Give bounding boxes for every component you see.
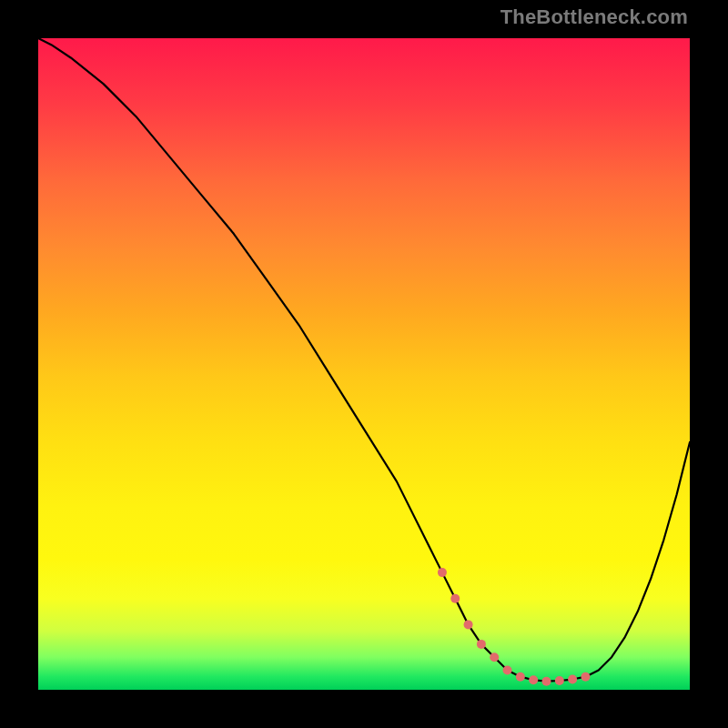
chart-dot <box>568 675 577 684</box>
chart-stage: TheBottleneck.com <box>0 0 728 728</box>
chart-dot <box>490 652 499 662</box>
bottleneck-curve <box>38 38 690 682</box>
chart-dot <box>555 676 564 685</box>
dots-group <box>438 568 591 686</box>
watermark-text: TheBottleneck.com <box>500 5 688 29</box>
chart-dot <box>450 594 460 603</box>
chart-dot <box>516 672 525 682</box>
chart-dot <box>581 672 590 682</box>
chart-dot <box>529 675 538 684</box>
chart-dot <box>503 666 512 675</box>
curve-group <box>38 38 690 682</box>
chart-dot <box>477 640 486 649</box>
chart-plot-area <box>38 38 690 690</box>
chart-dot <box>438 568 447 577</box>
chart-dot <box>541 677 551 686</box>
chart-svg <box>38 38 690 690</box>
chart-dot <box>464 620 473 629</box>
